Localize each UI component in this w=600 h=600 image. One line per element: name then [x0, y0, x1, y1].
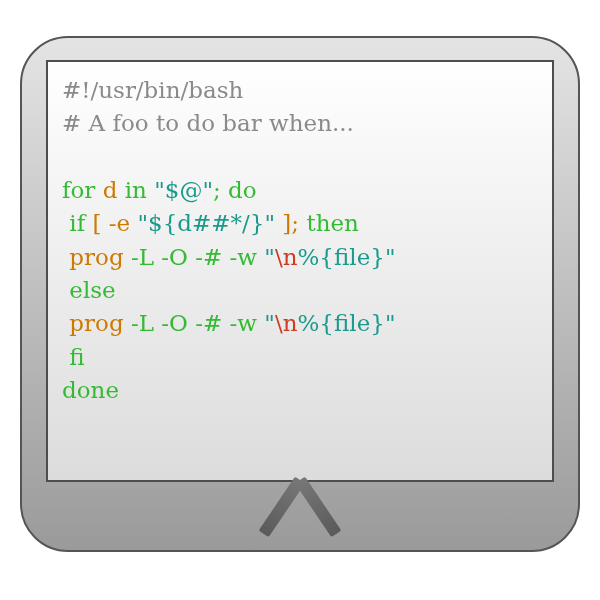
- test-open: [ -e: [85, 210, 137, 236]
- q-open-1: ": [264, 244, 275, 270]
- args-string: "$@": [154, 177, 213, 203]
- param-expansion: "${d##*/}": [137, 210, 275, 236]
- if-keyword: if: [62, 210, 85, 236]
- test-close: ];: [275, 210, 306, 236]
- escape-2: \n: [275, 310, 298, 336]
- prog-cmd-1: prog: [62, 244, 124, 270]
- done-keyword: done: [62, 377, 119, 403]
- shebang-line: #!/usr/bin/bash: [62, 77, 243, 103]
- q-open-2: ": [264, 310, 275, 336]
- in-keyword: in: [125, 177, 154, 203]
- loop-var: d: [95, 177, 124, 203]
- for-keyword: for: [62, 177, 95, 203]
- then-keyword: then: [306, 210, 358, 236]
- do-keyword: ; do: [213, 177, 257, 203]
- monitor-stand-icon: [272, 484, 328, 540]
- fi-keyword: fi: [62, 344, 85, 370]
- fmt-rest-2: %{file}": [298, 310, 396, 336]
- prog-flags-2: -L -O -# -w: [124, 310, 265, 336]
- escape-1: \n: [275, 244, 298, 270]
- comment-line: # A foo to do bar when...: [62, 110, 354, 136]
- fmt-rest-1: %{file}": [298, 244, 396, 270]
- prog-flags-1: -L -O -# -w: [124, 244, 265, 270]
- prog-cmd-2: prog: [62, 310, 124, 336]
- terminal-monitor: #!/usr/bin/bash # A foo to do bar when..…: [20, 36, 580, 552]
- terminal-screen: #!/usr/bin/bash # A foo to do bar when..…: [46, 60, 554, 482]
- bash-script-code: #!/usr/bin/bash # A foo to do bar when..…: [62, 74, 538, 407]
- else-keyword: else: [62, 277, 116, 303]
